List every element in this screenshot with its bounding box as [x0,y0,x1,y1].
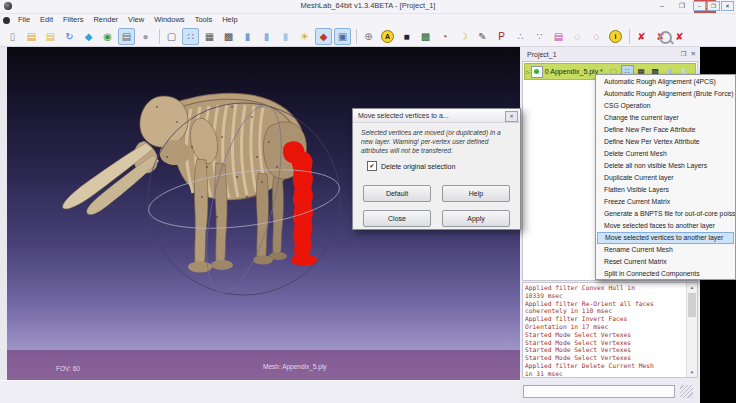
context-menu-item[interactable]: Define New Per Face Attribute [596,124,735,136]
info-icon[interactable]: i [607,28,624,45]
shader-icon[interactable]: ■ [398,28,415,45]
menubar-item[interactable]: File [13,14,35,26]
log-line: Applied filter Delete Current Mesh [525,362,686,370]
dialog-titlebar[interactable]: Move selected vertices to a... ✕ [353,109,520,123]
measure-tool-icon[interactable]: ◔ [436,28,453,45]
z-painting-icon[interactable]: ✎ [474,28,491,45]
ambient-occlusion-icon[interactable]: A [379,28,396,45]
menubar-item[interactable]: Tools [190,14,218,26]
scroll-down-icon[interactable]: ▼ [687,368,697,377]
context-menu-item[interactable]: Automatic Rough Alignement (4PCS) [596,76,735,88]
title-bar: MeshLab_64bit v1.3.4BETA - [Project_1] ‒… [0,0,736,14]
layer-expander-icon[interactable]: ▷ [526,69,530,75]
minimize-button[interactable]: ‒ [654,0,670,13]
menubar-item[interactable]: Help [217,14,242,26]
log-filter-input[interactable] [523,385,675,398]
context-menu-item[interactable]: Move selected vertices to another layer [597,232,734,244]
apply-button[interactable]: Apply [442,210,510,227]
mdi-child-icon [3,17,10,24]
context-menu-item[interactable]: Flatten Visible Layers [596,184,735,196]
help-button[interactable]: Help [442,185,510,202]
mdi-close-button[interactable]: ✕ [721,1,734,11]
import-mesh-icon[interactable]: ▤ [42,28,59,45]
panel-close-button[interactable]: ✕ [691,50,696,58]
show-raster-icon[interactable]: ● [137,28,154,45]
project-panel-titlebar[interactable]: Project_1 ❐ ✕ [520,47,700,61]
pick-points-icon[interactable]: ☽ [455,28,472,45]
context-menu-item[interactable]: Delete Current Mesh [596,148,735,160]
toolbar-separator [356,29,357,44]
context-menu-item[interactable]: Freeze Current Matrix [596,196,735,208]
layer-visibility-eye-icon[interactable] [531,66,543,78]
light-toggle-icon[interactable]: ☀ [296,28,313,45]
menubar-item[interactable]: Render [88,14,123,26]
scroll-up-icon[interactable]: ▲ [687,283,697,292]
menubar-item[interactable]: Windows [149,14,189,26]
dialog-title: Move selected vertices to a... [353,109,520,123]
render-flat-icon[interactable]: ▮ [258,28,275,45]
backface-culling-icon[interactable]: ◆ [315,28,332,45]
render-bbox-icon[interactable]: ▢ [163,28,180,45]
context-menu-item[interactable]: Define New Per Vertex Attribute [596,136,735,148]
viewport-camera-info: FOV: 60 FPS: 16.3 [56,351,87,380]
context-menu-item[interactable]: Duplicate Current layer [596,172,735,184]
snapshot-icon[interactable]: ◉ [99,28,116,45]
mdi-minimize-button[interactable]: ‒ [693,1,706,11]
log-line: Orientation in 17 msec [525,323,686,331]
toolbar-separator [629,29,630,44]
show-layer-dialog-icon[interactable]: ▤ [118,28,135,45]
new-project-icon[interactable]: ▯ [4,28,21,45]
trackball-toggle-icon[interactable]: ⊕ [360,28,377,45]
log-line: coherentely in 110 msec [525,307,686,315]
context-menu-item[interactable]: Delete all non visible Mesh Layers [596,160,735,172]
search-icon[interactable] [659,31,672,44]
context-menu-item[interactable]: Move selected faces to another layer [596,220,735,232]
context-menu-item[interactable]: Rename Current Mesh [596,244,735,256]
log-line: Started Mode Select Vertexes [525,339,686,347]
close-dialog-button[interactable]: Close [363,210,431,227]
delete-original-checkbox-row[interactable]: ✔ Delete original selection [367,161,520,171]
select-vertices-icon[interactable]: ∴ [512,28,529,45]
log-line: Started Mode Select Vertexes [525,354,686,362]
dialog-close-icon[interactable]: ✕ [505,111,518,122]
log-line: Applied filter Re-Orient all faces [525,300,686,308]
dialog-description: Selected vertices are moved (or duplicat… [361,128,511,155]
selected-face-mode-icon[interactable]: ▣ [334,28,351,45]
delete-original-checkbox[interactable]: ✔ [367,161,377,171]
select-rect-faces-icon[interactable]: ◌ [569,28,586,45]
mdi-window-controls: ‒ ❐ ✕ [693,1,734,11]
delete-current-mesh-icon[interactable]: ✘ [633,28,650,45]
menubar-item[interactable]: Filters [58,14,88,26]
log-line: Started Mode Select Vertexes [525,346,686,354]
align-tool-icon[interactable]: ▤ [550,28,567,45]
quality-mapper-icon[interactable]: P [493,28,510,45]
save-project-icon[interactable]: ◆ [80,28,97,45]
select-faces-icon[interactable]: ∵ [531,28,548,45]
default-button[interactable]: Default [363,185,431,202]
context-menu-item[interactable]: Reset Current Matrix [596,256,735,268]
scrollbar-thumb[interactable] [688,293,696,317]
mdi-restore-button[interactable]: ❐ [707,1,720,11]
context-menu-item[interactable]: Automatic Rough Alignement (Brute Force) [596,88,735,100]
menubar-item[interactable]: View [123,14,149,26]
resize-grip[interactable] [680,385,693,398]
open-project-icon[interactable]: ▤ [23,28,40,45]
quality-texture-icon[interactable]: ▩ [417,28,434,45]
context-menu-item[interactable]: Generate a BNPTS file for out-of-core po… [596,208,735,220]
render-points-icon[interactable]: ∷ [182,28,199,45]
maximize-button[interactable]: ❐ [674,0,690,13]
menubar-item[interactable]: Edit [35,14,58,26]
panel-float-button[interactable]: ❐ [681,50,687,58]
render-smooth-icon[interactable]: ▮ [277,28,294,45]
select-rect-vertices-icon[interactable]: ◌ [588,28,605,45]
render-hidden-lines-icon[interactable]: ▩ [220,28,237,45]
context-menu-item[interactable]: Change the current layer [596,112,735,124]
render-wireframe-icon[interactable]: ▦ [201,28,218,45]
context-menu-item[interactable]: CSG Operation [596,100,735,112]
log-scrollbar[interactable]: ▲ ▼ [686,283,697,377]
context-menu-item[interactable]: Split in Connected Components [596,268,735,280]
reload-icon[interactable]: ↻ [61,28,78,45]
render-flat-lines-icon[interactable]: ▮ [239,28,256,45]
fov-value: FOV: 60 [56,365,87,373]
log-line: 10339 msec [525,292,686,300]
